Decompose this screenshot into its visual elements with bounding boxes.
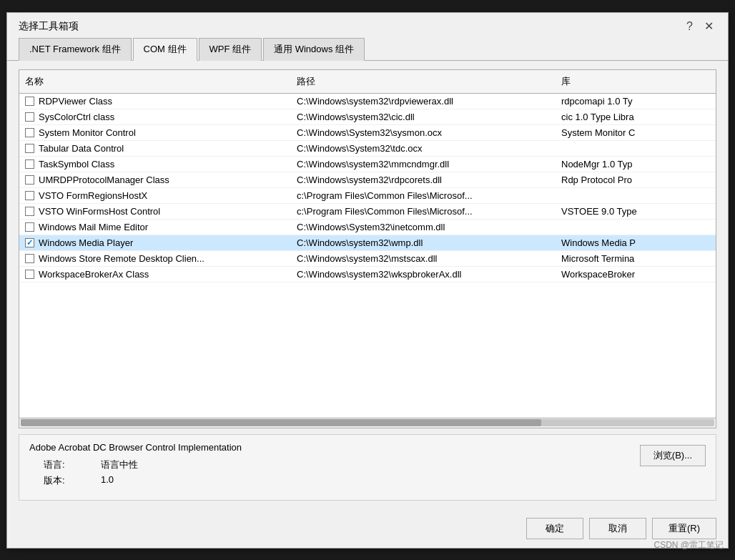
cancel-button[interactable]: 取消 xyxy=(589,518,646,539)
table-row[interactable]: TaskSymbol ClassC:\Windows\system32\mmcn… xyxy=(19,157,716,172)
info-area: Adobe Acrobat DC Browser Control Impleme… xyxy=(19,434,716,501)
table-row[interactable]: UMRDPProtocolManager ClassC:\Windows\sys… xyxy=(19,172,716,188)
cell-path: C:\Windows\System32\tdc.ocx xyxy=(291,141,556,156)
cell-lib: Rdp Protocol Pro xyxy=(556,172,716,187)
table-row[interactable]: Windows Store Remote Desktop Clien...C:\… xyxy=(19,251,716,267)
cell-path: c:\Program Files\Common Files\Microsof..… xyxy=(291,204,556,219)
row-name-text: TaskSymbol Class xyxy=(39,159,114,170)
row-checkbox[interactable] xyxy=(25,222,34,232)
language-value: 语言中性 xyxy=(101,458,138,471)
help-button[interactable]: ? xyxy=(684,21,696,32)
cell-lib: WorkspaceBroker xyxy=(556,267,716,282)
cell-path: C:\Windows\System32\sysmon.ocx xyxy=(291,125,556,140)
row-checkbox[interactable] xyxy=(25,97,34,106)
cell-name: Tabular Data Control xyxy=(19,141,291,156)
table-row[interactable]: VSTO FormRegionsHostXc:\Program Files\Co… xyxy=(19,188,716,204)
bottom-bar: 确定 取消 重置(R) xyxy=(7,509,728,548)
cell-lib: System Monitor C xyxy=(556,125,716,140)
language-label: 语言: xyxy=(44,458,101,471)
row-checkbox[interactable] xyxy=(25,207,34,216)
table-header: 名称 路径 库 xyxy=(19,70,716,94)
cell-name: RDPViewer Class xyxy=(19,94,291,109)
dialog: 选择工具箱项 ? ✕ .NET Framework 组件COM 组件WPF 组件… xyxy=(6,12,729,549)
info-title: Adobe Acrobat DC Browser Control Impleme… xyxy=(29,442,640,453)
row-name-text: Tabular Data Control xyxy=(39,143,124,154)
row-checkbox[interactable] xyxy=(25,191,34,200)
cell-name: VSTO WinFormsHost Control xyxy=(19,204,291,219)
cell-lib xyxy=(556,188,716,203)
info-version-row: 版本: 1.0 xyxy=(29,474,640,487)
row-checkbox[interactable] xyxy=(25,128,34,137)
row-name-text: WorkspaceBrokerAx Class xyxy=(39,269,149,280)
row-name-text: Windows Store Remote Desktop Clien... xyxy=(39,253,204,264)
tab-com[interactable]: COM 组件 xyxy=(133,38,197,61)
row-name-text: RDPViewer Class xyxy=(39,96,112,107)
ok-button[interactable]: 确定 xyxy=(526,518,583,539)
table-row[interactable]: Windows Mail Mime EditorC:\Windows\Syste… xyxy=(19,220,716,235)
cell-lib xyxy=(556,220,716,235)
cell-name: Windows Mail Mime Editor xyxy=(19,220,291,235)
row-checkbox[interactable] xyxy=(25,144,34,153)
cell-name: SysColorCtrl class xyxy=(19,109,291,124)
cell-path: C:\Windows\system32\wmp.dll xyxy=(291,235,556,250)
table-row[interactable]: SysColorCtrl classC:\Windows\system32\ci… xyxy=(19,109,716,125)
row-name-text: VSTO WinFormsHost Control xyxy=(39,206,160,217)
tab-wpf[interactable]: WPF 组件 xyxy=(199,38,262,61)
cell-path: C:\Windows\system32\rdpcorets.dll xyxy=(291,172,556,187)
col-lib: 库 xyxy=(556,73,716,90)
table-row[interactable]: Tabular Data ControlC:\Windows\System32\… xyxy=(19,141,716,157)
cell-lib: rdpcomapi 1.0 Ty xyxy=(556,94,716,109)
cell-name: UMRDPProtocolManager Class xyxy=(19,172,291,187)
row-checkbox[interactable] xyxy=(25,238,34,247)
cell-path: C:\Windows\system32\mstscax.dll xyxy=(291,251,556,266)
cell-name: Windows Store Remote Desktop Clien... xyxy=(19,251,291,266)
cell-name: TaskSymbol Class xyxy=(19,157,291,172)
horizontal-scrollbar[interactable] xyxy=(19,418,716,428)
cell-lib: VSTOEE 9.0 Type xyxy=(556,204,716,219)
row-name-text: VSTO FormRegionsHostX xyxy=(39,190,147,201)
table-row[interactable]: RDPViewer ClassC:\Windows\system32\rdpvi… xyxy=(19,94,716,109)
row-name-text: Windows Media Player xyxy=(39,237,133,248)
table-row[interactable]: Windows Media PlayerC:\Windows\system32\… xyxy=(19,235,716,251)
cell-path: C:\Windows\System32\inetcomm.dll xyxy=(291,220,556,235)
table-container: 名称 路径 库 RDPViewer ClassC:\Windows\system… xyxy=(19,69,716,428)
row-checkbox[interactable] xyxy=(25,175,34,185)
tab-dotnet[interactable]: .NET Framework 组件 xyxy=(19,38,132,61)
table-row[interactable]: WorkspaceBrokerAx ClassC:\Windows\system… xyxy=(19,267,716,283)
cell-lib: Microsoft Termina xyxy=(556,251,716,266)
row-checkbox[interactable] xyxy=(25,270,34,279)
info-right: 浏览(B)... xyxy=(640,442,706,466)
row-name-text: System Monitor Control xyxy=(39,127,136,138)
title-controls: ? ✕ xyxy=(684,21,716,32)
table-row[interactable]: VSTO WinFormsHost Controlc:\Program File… xyxy=(19,204,716,220)
cell-path: C:\Windows\system32\wkspbrokerAx.dll xyxy=(291,267,556,282)
title-bar: 选择工具箱项 ? ✕ xyxy=(7,13,728,37)
row-name-text: UMRDPProtocolManager Class xyxy=(39,175,169,185)
cell-lib: cic 1.0 Type Libra xyxy=(556,109,716,124)
tabs-row: .NET Framework 组件COM 组件WPF 组件通用 Windows … xyxy=(7,37,728,61)
version-value: 1.0 xyxy=(101,474,114,487)
cell-path: c:\Program Files\Common Files\Microsof..… xyxy=(291,188,556,203)
row-checkbox[interactable] xyxy=(25,112,34,122)
cell-lib: NodeMgr 1.0 Typ xyxy=(556,157,716,172)
info-language-row: 语言: 语言中性 xyxy=(29,458,640,471)
content-area: 名称 路径 库 RDPViewer ClassC:\Windows\system… xyxy=(7,61,728,509)
row-name-text: Windows Mail Mime Editor xyxy=(39,222,148,232)
col-name: 名称 xyxy=(19,73,291,90)
cell-name: VSTO FormRegionsHostX xyxy=(19,188,291,203)
row-checkbox[interactable] xyxy=(25,159,34,169)
watermark: CSDN @雷工笔记 xyxy=(653,539,724,551)
tab-universal[interactable]: 通用 Windows 组件 xyxy=(263,38,365,61)
row-checkbox[interactable] xyxy=(25,254,34,263)
cell-path: C:\Windows\system32\cic.dll xyxy=(291,109,556,124)
cell-name: System Monitor Control xyxy=(19,125,291,140)
table-body[interactable]: RDPViewer ClassC:\Windows\system32\rdpvi… xyxy=(19,94,716,418)
reset-button[interactable]: 重置(R) xyxy=(652,518,716,539)
info-left: Adobe Acrobat DC Browser Control Impleme… xyxy=(29,442,640,490)
dialog-title: 选择工具箱项 xyxy=(19,20,79,33)
cell-name: WorkspaceBrokerAx Class xyxy=(19,267,291,282)
close-button[interactable]: ✕ xyxy=(701,21,716,32)
browse-button[interactable]: 浏览(B)... xyxy=(640,445,706,466)
table-row[interactable]: System Monitor ControlC:\Windows\System3… xyxy=(19,125,716,141)
cell-lib xyxy=(556,141,716,156)
